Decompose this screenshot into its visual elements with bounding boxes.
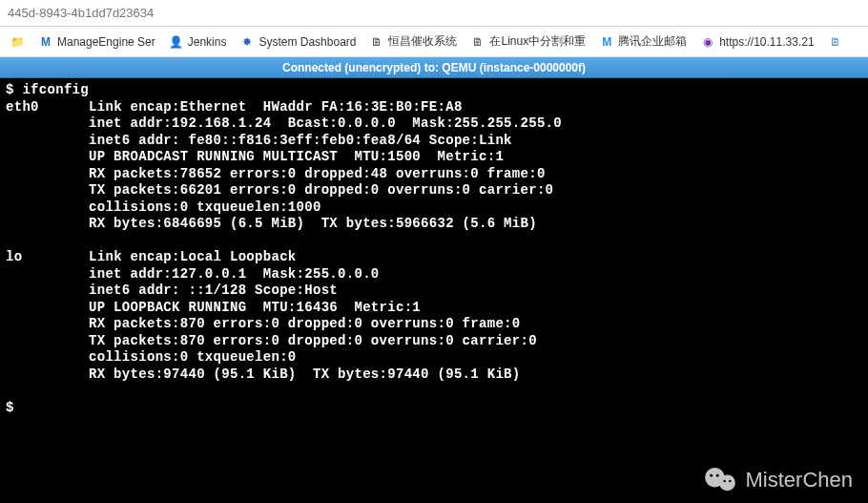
page-icon: 🗎 [828, 34, 843, 50]
jenkins-icon: 👤 [169, 34, 184, 50]
command-ifconfig: ifconfig [22, 82, 89, 97]
lo-line: RX packets:870 errors:0 dropped:0 overru… [89, 316, 520, 331]
svg-point-3 [715, 474, 718, 477]
iface-name-eth0: eth0 [6, 99, 39, 115]
svg-point-4 [723, 480, 725, 482]
eth0-line: RX bytes:6846695 (6.5 MiB) TX bytes:5966… [89, 216, 537, 231]
globe-icon: ◉ [700, 34, 715, 50]
bookmark-manage-engine[interactable]: M ManageEngine Ser [34, 32, 159, 52]
eth0-line: UP BROADCAST RUNNING MULTICAST MTU:1500 … [89, 149, 504, 164]
bookmark-folder-icon[interactable]: 📁 [6, 32, 29, 52]
bookmarks-bar: 📁 M ManageEngine Ser 👤 Jenkins ✸ System … [0, 27, 868, 57]
url-fragment: 445d-8943-4b1dd7d23634 [8, 6, 154, 20]
bookmark-label: https://10.11.33.21 [719, 35, 814, 49]
bookmark-label: 恒昌催收系统 [388, 33, 457, 50]
eth0-line: inet6 addr: fe80::f816:3eff:feb0:fea8/64… [89, 133, 512, 148]
bookmark-tencent-mail[interactable]: M 腾讯企业邮箱 [595, 31, 691, 52]
svg-point-5 [729, 480, 731, 482]
lo-line: inet6 addr: ::1/128 Scope:Host [89, 283, 338, 298]
folder-icon: 📁 [10, 34, 25, 50]
prompt: $ [6, 400, 14, 415]
prompt: $ [6, 82, 22, 97]
iface-name-lo: lo [6, 249, 22, 264]
manage-engine-icon: M [38, 34, 53, 50]
lo-line: RX bytes:97440 (95.1 KiB) TX bytes:97440… [89, 367, 520, 382]
bookmark-ip[interactable]: ◉ https://10.11.33.21 [696, 32, 817, 52]
bookmark-jenkins[interactable]: 👤 Jenkins [165, 32, 231, 52]
watermark: MisterChen [704, 467, 853, 493]
watermark-text: MisterChen [746, 468, 853, 493]
page-icon: 🗎 [470, 34, 486, 50]
lo-line: inet addr:127.0.0.1 Mask:255.0.0.0 [89, 266, 380, 282]
url-bar[interactable]: 445d-8943-4b1dd7d23634 [0, 0, 868, 27]
eth0-line: Link encap:Ethernet HWaddr FA:16:3E:B0:F… [89, 99, 463, 115]
system-dashboard-icon: ✸ [239, 34, 255, 50]
lo-line: UP LOOPBACK RUNNING MTU:16436 Metric:1 [89, 300, 421, 315]
tencent-mail-icon: M [599, 34, 614, 50]
eth0-line: RX packets:78652 errors:0 dropped:48 ove… [89, 166, 546, 181]
eth0-line: TX packets:66201 errors:0 dropped:0 over… [89, 182, 553, 198]
bookmark-label: ManageEngine Ser [57, 35, 155, 49]
bookmark-linux-split[interactable]: 🗎 在Linux中分割和重 [466, 31, 589, 52]
bookmark-system-dashboard[interactable]: ✸ System Dashboard [236, 32, 360, 52]
bookmark-hengchang[interactable]: 🗎 恒昌催收系统 [365, 31, 461, 52]
page-icon: 🗎 [369, 34, 384, 50]
lo-line: collisions:0 txqueuelen:0 [89, 349, 297, 365]
wechat-icon [704, 467, 736, 493]
terminal[interactable]: $ ifconfig eth0 Link encap:Ethernet HWad… [0, 78, 868, 503]
connection-banner: Connected (unencrypted) to: QEMU (instan… [0, 57, 868, 78]
bookmark-label: 腾讯企业邮箱 [618, 33, 687, 50]
lo-line: TX packets:870 errors:0 dropped:0 overru… [89, 333, 537, 348]
bookmark-overflow[interactable]: 🗎 [824, 32, 847, 52]
eth0-line: inet addr:192.168.1.24 Bcast:0.0.0.0 Mas… [89, 115, 562, 131]
bookmark-label: System Dashboard [258, 35, 356, 49]
svg-point-1 [719, 474, 735, 491]
bookmark-label: 在Linux中分割和重 [489, 33, 586, 50]
bookmark-label: Jenkins [188, 35, 227, 49]
connection-status-text: Connected (unencrypted) to: QEMU (instan… [282, 61, 586, 74]
svg-point-2 [710, 474, 713, 477]
lo-line: Link encap:Local Loopback [89, 249, 297, 264]
eth0-line: collisions:0 txqueuelen:1000 [89, 199, 321, 215]
